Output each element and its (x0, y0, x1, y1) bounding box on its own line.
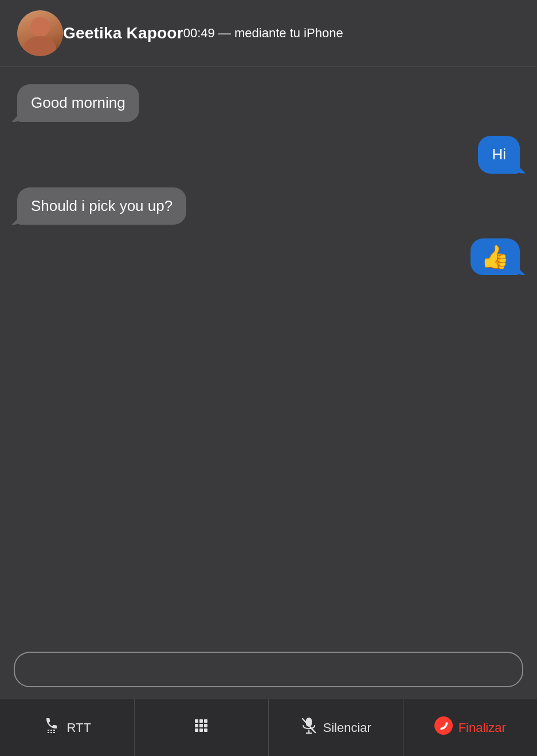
text-input-wrapper[interactable] (14, 652, 523, 687)
svg-rect-6 (195, 719, 198, 723)
message-row: Should i pick you up? (17, 187, 520, 225)
mute-svg-icon (300, 716, 318, 735)
message-row: Hi (17, 136, 520, 174)
svg-rect-10 (199, 724, 203, 727)
svg-rect-0 (48, 730, 49, 731)
call-status: 00:49 — mediante tu iPhone (183, 26, 343, 41)
message-text: 👍 (481, 244, 509, 269)
message-bubble-emoji: 👍 (471, 238, 520, 275)
svg-rect-3 (48, 732, 49, 733)
svg-rect-12 (195, 728, 198, 732)
end-call-svg-icon (434, 716, 453, 735)
message-bubble-received: Should i pick you up? (17, 187, 186, 225)
mute-label: Silenciar (323, 720, 371, 735)
contact-name: Geetika Kapoor (63, 24, 183, 42)
call-status-area: 00:49 — mediante tu iPhone (183, 26, 343, 41)
keypad-svg-icon (192, 716, 210, 735)
rtt-label: RTT (67, 720, 91, 735)
rtt-icon (43, 716, 61, 739)
svg-point-19 (434, 716, 453, 735)
message-text: Should i pick you up? (31, 197, 173, 214)
mute-icon (300, 716, 318, 739)
end-call-icon (434, 716, 453, 739)
rtt-svg-icon (43, 716, 61, 735)
call-header: Geetika Kapoor 00:49 — mediante tu iPhon… (0, 0, 537, 67)
toolbar: RTT (0, 699, 537, 756)
svg-rect-2 (53, 730, 55, 731)
svg-rect-7 (199, 719, 203, 723)
avatar (17, 10, 63, 56)
rtt-button[interactable]: RTT (0, 699, 135, 756)
message-row: 👍 (17, 238, 520, 275)
end-call-button[interactable]: Finalizar (403, 699, 538, 756)
svg-rect-8 (204, 719, 207, 723)
message-bubble-sent: Hi (478, 136, 520, 174)
messages-area: Good morning Hi Should i pick you up? 👍 (0, 67, 537, 643)
message-row: Good morning (17, 84, 520, 122)
mute-button[interactable]: Silenciar (269, 699, 403, 756)
input-area (0, 643, 537, 699)
svg-rect-11 (204, 724, 207, 727)
message-input[interactable] (29, 662, 508, 677)
keypad-icon (192, 716, 210, 739)
svg-rect-14 (204, 728, 207, 732)
svg-rect-5 (53, 732, 55, 733)
svg-rect-1 (50, 730, 52, 731)
end-call-label: Finalizar (458, 720, 506, 735)
message-bubble-received: Good morning (17, 84, 139, 122)
svg-rect-13 (199, 728, 203, 732)
message-text: Good morning (31, 94, 126, 111)
svg-rect-4 (50, 732, 52, 733)
keypad-button[interactable] (135, 699, 269, 756)
svg-rect-9 (195, 724, 198, 727)
message-text: Hi (492, 146, 506, 163)
